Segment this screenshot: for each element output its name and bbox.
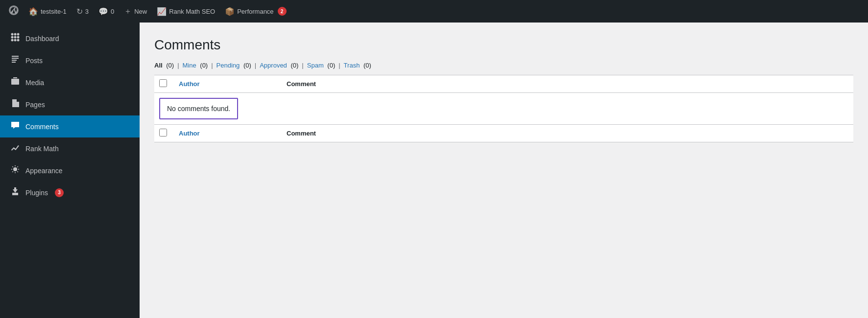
filter-sep-5: |: [338, 62, 340, 69]
sidebar-item-media[interactable]: Media: [0, 71, 140, 93]
comments-bar-item[interactable]: 💬 0: [95, 0, 118, 23]
sidebar-item-comments-label: Comments: [25, 123, 59, 131]
comments-icon: [10, 120, 21, 133]
filter-spam-count: (0): [326, 62, 336, 69]
plugins-badge: 3: [55, 188, 64, 197]
filter-mine-count: (0): [198, 62, 208, 69]
main-content-area: Comments All (0) | Mine (0) | Pending (0…: [140, 23, 868, 318]
filter-all-count: (0): [165, 62, 174, 69]
svg-point-1: [11, 33, 14, 36]
sidebar-item-comments[interactable]: Comments: [0, 115, 140, 137]
select-all-checkbox[interactable]: [159, 79, 167, 87]
sidebar-item-dashboard-label: Dashboard: [25, 35, 59, 43]
svg-point-6: [17, 36, 20, 39]
header-checkbox-col: [154, 75, 174, 93]
sidebar-item-media-label: Media: [25, 79, 44, 87]
sidebar-item-pages-label: Pages: [25, 101, 45, 109]
table-footer-row: Author Comment: [154, 125, 853, 142]
rank-math-seo-label: Rank Math SEO: [169, 8, 215, 15]
select-all-footer-checkbox[interactable]: [159, 129, 167, 136]
filter-all[interactable]: All: [154, 62, 163, 69]
home-icon: 🏠: [28, 7, 38, 16]
new-content-item[interactable]: ＋ New: [120, 0, 151, 23]
filter-bar: All (0) | Mine (0) | Pending (0) | Appro…: [154, 62, 853, 69]
footer-author-sort-link[interactable]: Author: [179, 130, 200, 137]
plus-icon: ＋: [124, 6, 132, 17]
svg-point-11: [13, 167, 17, 171]
performance-badge: 2: [278, 7, 287, 16]
filter-spam[interactable]: Spam: [307, 62, 324, 69]
table-header-row: Author Comment: [154, 75, 853, 93]
sidebar-item-appearance[interactable]: Appearance: [0, 159, 140, 182]
performance-label: Performance: [237, 8, 273, 15]
table-row-empty: No comments found.: [154, 93, 853, 125]
site-name-item[interactable]: 🏠 testsite-1: [24, 0, 71, 23]
dashboard-icon: [10, 32, 21, 45]
svg-point-9: [17, 39, 20, 42]
author-sort-link[interactable]: Author: [179, 80, 200, 88]
updates-item[interactable]: ↻ 3: [72, 0, 93, 23]
rank-math-sidebar-icon: [10, 142, 21, 155]
filter-mine[interactable]: Mine: [183, 62, 196, 69]
svg-rect-10: [11, 79, 19, 85]
footer-comment-col: Comment: [282, 125, 853, 142]
sidebar-item-rank-math-label: Rank Math: [25, 145, 59, 153]
sidebar-item-plugins[interactable]: Plugins 3: [0, 182, 140, 204]
filter-approved[interactable]: Approved: [260, 62, 287, 69]
performance-icon: 📦: [225, 7, 235, 16]
site-name-label: testsite-1: [41, 8, 67, 15]
no-comments-cell: No comments found.: [154, 93, 853, 125]
svg-point-3: [17, 33, 20, 36]
svg-point-2: [14, 33, 17, 36]
sidebar-item-posts-label: Posts: [25, 57, 43, 65]
filter-sep-2: |: [211, 62, 213, 69]
performance-item[interactable]: 📦 Performance 2: [221, 0, 290, 23]
comment-icon: 💬: [98, 7, 108, 16]
header-author-col: Author: [174, 75, 282, 93]
filter-sep-3: |: [255, 62, 256, 69]
header-comment-col: Comment: [282, 75, 853, 93]
sidebar-item-rank-math[interactable]: Rank Math: [0, 137, 140, 159]
sidebar-item-posts[interactable]: Posts: [0, 49, 140, 71]
media-icon: [10, 76, 21, 89]
svg-point-4: [11, 36, 14, 39]
footer-author-col: Author: [174, 125, 282, 142]
filter-trash[interactable]: Trash: [344, 62, 360, 69]
filter-pending-count: (0): [241, 62, 251, 69]
plugins-icon: [10, 186, 21, 199]
filter-sep-4: |: [302, 62, 303, 69]
svg-point-7: [11, 39, 14, 42]
sidebar-item-pages[interactable]: Pages: [0, 93, 140, 115]
page-title: Comments: [154, 37, 853, 53]
filter-sep-1: |: [177, 62, 179, 69]
filter-pending[interactable]: Pending: [217, 62, 240, 69]
updates-icon: ↻: [76, 7, 83, 16]
comments-bar-count: 0: [111, 8, 114, 15]
main-layout: Dashboard Posts Media Pages Comments: [0, 23, 868, 318]
svg-point-8: [14, 39, 17, 42]
rank-math-icon: 📈: [157, 7, 167, 16]
pages-icon: [10, 98, 21, 111]
svg-point-5: [14, 36, 17, 39]
wp-logo-item[interactable]: [5, 0, 23, 23]
posts-icon: [10, 54, 21, 67]
updates-count: 3: [85, 8, 89, 15]
comments-table: Author Comment No comments found.: [154, 75, 853, 142]
new-label: New: [134, 8, 147, 15]
sidebar-item-dashboard[interactable]: Dashboard: [0, 27, 140, 49]
sidebar-item-plugins-label: Plugins: [25, 189, 48, 197]
appearance-icon: [10, 164, 21, 177]
footer-checkbox-col: [154, 125, 174, 142]
rank-math-seo-item[interactable]: 📈 Rank Math SEO: [153, 0, 219, 23]
filter-trash-count: (0): [362, 62, 371, 69]
sidebar: Dashboard Posts Media Pages Comments: [0, 23, 140, 318]
admin-bar: 🏠 testsite-1 ↻ 3 💬 0 ＋ New 📈 Rank Math S…: [0, 0, 868, 23]
no-comments-text: No comments found.: [159, 98, 238, 119]
filter-approved-count: (0): [289, 62, 299, 69]
sidebar-item-appearance-label: Appearance: [25, 167, 63, 175]
wordpress-icon: [9, 5, 19, 17]
